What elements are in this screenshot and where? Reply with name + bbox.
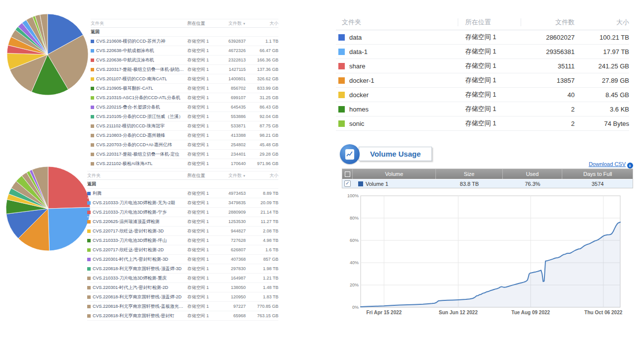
table-row[interactable]: data存储空间 128602027100.21 TB [336,30,629,45]
table-row[interactable]: CVS.220317-楚能-极组立切叠一体机-缺陷检测存储空间 11427115… [91,65,278,74]
header-size[interactable]: Size [436,169,503,179]
table-row[interactable]: CVS.220301-时代上汽-密封钉检测-2D存储空间 11380501.48… [87,283,278,292]
table-row[interactable]: CVS.220818-利元亨南京国轩整线-密封钉存储空间 165968763.1… [87,311,278,321]
folder-size: 833.99 GB [246,86,278,91]
folder-location: 存储空间 1 [187,113,218,120]
table-row[interactable]: 利腾存储空间 149734538.89 TB [87,189,278,198]
table-row[interactable]: CVS.220317-楚能-极组立切叠一体机-定位存储空间 123440129.… [91,150,278,159]
table-row[interactable]: CVS.210333-刀片电池3D焊检测-宁乡存储空间 1288090921.1… [87,208,278,217]
x-axis-tick-label: Thu Oct 06 2022 [585,310,623,315]
table-row[interactable]: CVS.210803-分条的CCD-惠州赣锋存储空间 141338898.21 … [91,131,278,140]
table-row[interactable]: CVS.220638-中航成都涂布机存储空间 1467232666.47 GB [91,46,278,56]
table-row[interactable]: CVS.220818-利元亨南京国轩整线-盖板激光焊缝...存储空间 19722… [87,302,278,311]
header-folder[interactable]: 文件夹 [91,20,187,27]
volume-usage-chart-icon [340,144,360,164]
folder-location: 存储空间 1 [187,85,218,92]
table-row[interactable]: CVS.220703-分条的CCD+AI-惠州亿纬存储空间 125480245.… [91,140,278,150]
folder-file-count: 413388 [218,133,246,138]
header-location[interactable]: 所在位置 [187,20,218,27]
download-arrow-icon[interactable] [627,163,633,169]
header-location[interactable]: 所在位置 [458,18,521,26]
folder-location: 存储空间 1 [187,256,218,263]
header-folder[interactable]: 文件夹 [87,172,187,179]
table-row[interactable]: data-1存储空间 12935638117.97 TB [336,45,629,59]
table-row[interactable]: CVS.210608-模切的CCD-苏州力神存储空间 163928371.1 T… [91,37,278,46]
volume-size: 83.8 TB [436,179,503,188]
header-count-sortable[interactable]: 文件数▼ [218,172,246,179]
table-row[interactable]: CVS.210315-ASC1分条的CCD-ATL分条机存储空间 1699107… [91,93,278,103]
folder-name-cell: CVS.220625-温州瑞浦顶盖焊检测 [87,219,187,225]
folder-name: CVS.220818-利元亨南京国轩整线-密封钉 [93,313,174,319]
folder-size: 8.89 TB [246,191,278,196]
table-row[interactable]: docker-1存储空间 11385727.89 GB [336,73,629,88]
table-row[interactable]: share存储空间 135111241.25 GB [336,59,629,73]
folder-location: 存储空间 1 [187,237,218,244]
folder-size: 1.6 TB [246,247,278,252]
header-size[interactable]: 大小 [246,20,278,27]
shared-folder-table: 文件夹 所在位置 文件数 大小 data存储空间 128602027100.21… [336,15,629,131]
table-row[interactable]: CVS.201107-模切的CCD-南海CATL存储空间 11400801326… [91,74,278,84]
folder-name-cell: CVS.220818-利元亨南京国轩整线-密封钉 [87,313,187,319]
header-volume[interactable]: Volume [353,169,436,179]
header-count-sortable[interactable]: 文件数▼ [218,20,246,27]
table-row[interactable]: CVS.220818-利元亨南京国轩整线-顶盖焊-2D存储空间 11209501… [87,292,278,302]
table-row[interactable]: homes存储空间 123.6 KB [336,102,629,116]
folder-file-count: 1427115 [218,67,246,72]
table-row[interactable]: CVS.211102-模切的CCD-珠海冠宇存储空间 153387187.75 … [91,121,278,131]
table-row[interactable]: CVS.210333-刀片电池3D焊检测-无为-2期存储空间 134798352… [87,198,278,208]
folder-color-swatch-icon [87,192,91,195]
select-all-checkbox[interactable] [342,169,353,179]
folder-file-count: 29356381 [521,48,575,56]
folder-location: 存储空间 1 [187,219,218,225]
folder-rows: data存储空间 128602027100.21 TBdata-1存储空间 12… [336,30,629,131]
header-size[interactable]: 大小 [246,172,278,179]
table-row[interactable]: CVS.210105-分条的CCD-浙江恒威（兰溪）存储空间 155388692… [91,112,278,121]
x-axis-tick-label: Tue Aug 09 2022 [511,310,550,315]
folder-table-bottom-left: 文件夹 所在位置 文件数▼ 大小 返回 利腾存储空间 149734538.89 … [87,171,278,321]
folder-file-count: 727628 [218,238,246,243]
folder-name: CVS.210608-模切的CCD-苏州力神 [96,38,165,45]
folder-file-count: 97227 [218,304,246,309]
folder-name: CVS.210333-刀片电池3D焊检测-宁乡 [93,209,167,216]
table-row[interactable]: CVS.220818-利元亨南京国轩整线-顶盖焊-3D存储空间 12978301… [87,264,278,274]
folder-name: CVS.210315-ASC1分条的CCD-ATL分条机 [96,95,180,101]
folder-color-swatch-icon [91,87,94,90]
folder-name: CVS.220301-时代上汽-密封钉检测-2D [93,284,168,291]
folder-color-swatch-icon [338,120,345,127]
folder-name-cell: CVS.210105-分条的CCD-浙江恒威（兰溪） [91,113,187,120]
volume-table-row[interactable]: Volume 183.8 TB76.3%3574 [342,179,633,188]
table-row[interactable]: CVS.220638-中航武汉涂布机存储空间 12322813166.36 GB [91,56,278,65]
table-row[interactable]: CVS.210333-刀片电池3D焊检测-重庆存储空间 11649871.21 … [87,274,278,283]
header-used[interactable]: Used [503,169,562,179]
table-row[interactable]: CVS.210905-极耳翻折-CATL存储空间 1856702833.99 G… [91,84,278,93]
table-row[interactable]: CVS.220215-叠合-长塑源分条机存储空间 164543586.43 GB [91,103,278,112]
volume-checkbox[interactable] [344,180,351,187]
volume-table-header: Volume Size Used Days to Full [342,169,633,179]
folder-name-cell: CVS.220717-欣旺达-密封钉检测-3D [87,228,187,234]
y-axis-tick-label: 100% [347,193,359,198]
table-row[interactable]: CVS.220717-欣旺达-密封钉检测-3D存储空间 19448272.08 … [87,227,278,236]
folder-name: docker [349,91,369,99]
table-row[interactable]: CVS.221102-极检AI珠海ATL存储空间 1170640971.96 G… [91,159,278,169]
table-row[interactable]: sonic存储空间 1274 Bytes [336,116,629,131]
back-link[interactable]: 返回 [87,180,278,189]
folder-name: sonic [349,120,364,127]
header-size[interactable]: 大小 [575,18,629,26]
header-location[interactable]: 所在位置 [187,172,218,179]
table-row[interactable]: CVS.220717-欣旺达-密封钉检测-2D存储空间 16268071.6 T… [87,245,278,255]
folder-name: CVS.210333-刀片电池3D焊检测-坪山 [93,237,167,244]
table-row[interactable]: CVS.220301-时代上汽-密封钉检测-3D存储空间 1407368857 … [87,255,278,264]
header-days-to-full[interactable]: Days to Full [562,169,633,179]
header-folder[interactable]: 文件夹 [336,18,458,26]
header-count-label: 文件数 [228,21,242,26]
table-row[interactable]: CVS.220625-温州瑞浦顶盖焊检测存储空间 1125353011.27 T… [87,217,278,227]
folder-file-count: 297830 [218,266,246,271]
download-csv-link[interactable]: Download CSV [589,161,626,167]
table-row[interactable]: CVS.210333-刀片电池3D焊检测-坪山存储空间 17276284.98 … [87,236,278,245]
back-link[interactable]: 返回 [91,28,278,37]
folder-location: 存储空间 1 [187,303,218,310]
folder-name-cell: CVS.220301-时代上汽-密封钉检测-3D [87,256,187,263]
header-count[interactable]: 文件数 [521,18,575,26]
folder-table-header: 文件夹 所在位置 文件数 大小 [336,15,629,30]
table-row[interactable]: docker存储空间 1408.45 GB [336,88,629,102]
